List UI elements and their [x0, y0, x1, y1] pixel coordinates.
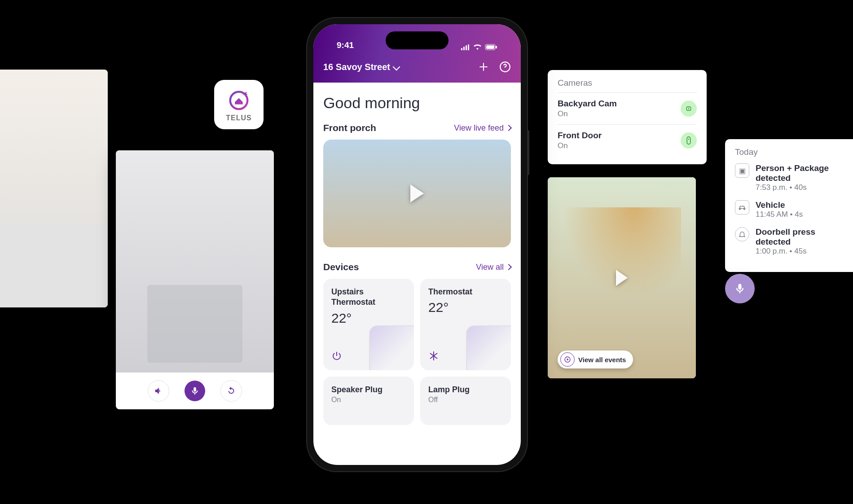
talk-button[interactable]: [185, 381, 205, 401]
svg-rect-9: [468, 44, 469, 50]
replay-icon: [226, 386, 236, 396]
front-porch-title: Front porch: [323, 123, 376, 133]
device-tile-thermostat-upstairs[interactable]: Upstairs Thermostat 22°: [323, 279, 414, 370]
device-name: Speaker Plug: [331, 385, 406, 395]
status-time: 9:41: [337, 40, 354, 50]
devices-section-title: Devices: [323, 262, 359, 272]
device-value: 22°: [331, 311, 406, 326]
view-all-devices-link[interactable]: View all: [476, 263, 511, 272]
device-name: Upstairs Thermostat: [331, 287, 406, 308]
device-tile-thermostat[interactable]: Thermostat 22°: [420, 279, 511, 370]
device-state: On: [331, 396, 406, 404]
add-button[interactable]: [478, 61, 489, 73]
clip-icon: ▣: [735, 163, 749, 178]
event-subtitle: 7:53 p.m. • 40s: [756, 183, 852, 192]
voice-fab[interactable]: [725, 274, 755, 303]
view-all-events-chip[interactable]: View all events: [558, 351, 633, 368]
event-title: Person + Package detected: [756, 163, 852, 183]
replay-button[interactable]: [220, 380, 242, 402]
speaker-icon: [154, 386, 163, 396]
chevron-down-icon: [392, 63, 400, 71]
event-title: Doorbell press detected: [756, 227, 852, 247]
car-icon: [735, 200, 749, 215]
camera-icon: [685, 105, 692, 112]
device-tile-lamp-plug[interactable]: Lamp Plug Off: [420, 377, 511, 425]
svg-rect-3: [687, 137, 690, 145]
doorbell-icon: [686, 136, 691, 145]
power-icon: [331, 351, 342, 363]
chevron-right-icon: [506, 125, 512, 131]
camera-name: Front Door: [558, 131, 602, 140]
telus-house-icon: [226, 87, 251, 112]
help-button[interactable]: [499, 61, 511, 73]
play-icon: [410, 184, 424, 202]
view-live-feed-link[interactable]: View live feed: [454, 123, 511, 133]
play-icon: [616, 270, 628, 286]
svg-rect-6: [461, 48, 462, 50]
app-content: Good morning Front porch View live feed …: [313, 83, 521, 435]
svg-rect-8: [466, 45, 467, 50]
event-subtitle: 1:00 p.m. • 45s: [756, 247, 852, 256]
telus-brand-label: TELUS: [226, 114, 251, 122]
camera-state: On: [558, 141, 602, 150]
device-state: Off: [428, 396, 503, 404]
snowflake-icon: [428, 351, 439, 363]
dynamic-island: [386, 31, 448, 49]
chevron-right-icon: [506, 264, 512, 270]
svg-rect-11: [486, 45, 494, 49]
indoor-camera-card: [116, 150, 274, 409]
greeting-title: Good morning: [323, 94, 511, 112]
front-porch-feed[interactable]: [323, 140, 511, 247]
svg-rect-7: [463, 47, 465, 50]
svg-point-2: [688, 108, 690, 110]
events-panel-title: Today: [735, 147, 852, 157]
phone-frame: 9:41 16 Savoy Street Good mornin: [307, 18, 527, 471]
camera-status-badge: [681, 132, 697, 149]
device-tile-speaker-plug[interactable]: Speaker Plug On: [323, 377, 414, 425]
clip-play-icon: [560, 352, 575, 367]
event-title: Vehicle: [756, 200, 803, 210]
device-name: Thermostat: [428, 287, 503, 297]
address-label: 16 Savoy Street: [323, 62, 390, 72]
svg-rect-12: [496, 46, 497, 48]
camera-status-badge: [681, 101, 697, 117]
camera-row[interactable]: Backyard Cam On: [558, 92, 697, 124]
indoor-camera-feed[interactable]: [116, 150, 274, 373]
camera-state: On: [558, 110, 617, 118]
event-row[interactable]: ▣ Person + Package detected 7:53 p.m. • …: [735, 163, 852, 192]
backyard-camera-card[interactable]: View all events: [548, 177, 696, 378]
microphone-icon: [734, 282, 746, 295]
address-selector[interactable]: 16 Savoy Street: [323, 62, 399, 72]
battery-icon: [485, 44, 497, 50]
cellular-icon: [461, 44, 470, 50]
events-panel: Today ▣ Person + Package detected 7:53 p…: [725, 139, 853, 272]
microphone-icon: [190, 386, 200, 396]
camera-row[interactable]: Front Door On: [558, 124, 697, 156]
bell-icon: [735, 227, 749, 241]
lifestyle-photo-kids: [0, 70, 108, 307]
cameras-panel-title: Cameras: [558, 78, 697, 88]
cameras-panel: Cameras Backyard Cam On Front Door On: [548, 70, 707, 164]
wifi-icon: [473, 44, 482, 50]
device-value: 22°: [428, 300, 503, 315]
chip-label: View all events: [578, 356, 626, 364]
speaker-button[interactable]: [148, 380, 169, 402]
svg-point-4: [688, 139, 689, 140]
event-subtitle: 11:45 AM • 4s: [756, 210, 803, 219]
event-row[interactable]: Vehicle 11:45 AM • 4s: [735, 200, 852, 219]
camera-name: Backyard Cam: [558, 99, 617, 109]
device-name: Lamp Plug: [428, 385, 503, 395]
telus-app-tile: TELUS: [214, 80, 264, 129]
event-row[interactable]: Doorbell press detected 1:00 p.m. • 45s: [735, 227, 852, 256]
